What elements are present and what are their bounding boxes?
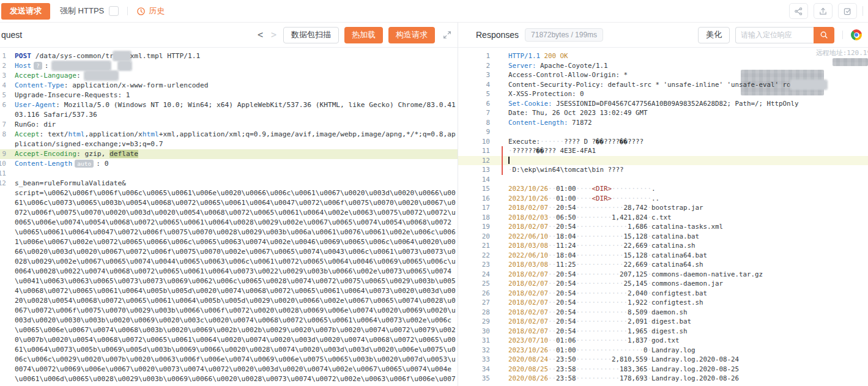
- code-token: Content-Length: [15, 160, 72, 168]
- line-number: 4: [0, 81, 6, 91]
- check-square-icon: [843, 7, 852, 16]
- code-content: ·D:\ekp\win64\tomcat\bin ????: [508, 165, 868, 175]
- code-token: 01:00: [556, 346, 576, 354]
- redacted-blur: [53, 62, 110, 70]
- line-number: 3: [458, 70, 490, 80]
- code-token: 2022/06/10: [508, 232, 548, 240]
- line-number: 11: [458, 146, 490, 156]
- code-token: 207,125: [620, 270, 648, 278]
- history-next-button[interactable]: >: [270, 29, 278, 40]
- code-token: Apache-Coyote/1.1: [536, 62, 608, 70]
- code-content: 2020/08/24··23:50·········2,810,559·Land…: [508, 355, 868, 365]
- request-editor[interactable]: 1POST /data/sys-common/tr xml.tmpl HTTP/…: [0, 48, 458, 386]
- code-token: Accept: [15, 130, 39, 138]
- line-number: 9: [0, 149, 6, 159]
- code-content: Accept: text/html,application/xhtml+xml,…: [15, 130, 458, 149]
- line-number: 2: [0, 61, 6, 71]
- code-line: 11: [0, 169, 458, 179]
- code-token: ··: [548, 223, 556, 231]
- code-token: 1,421,824: [612, 213, 648, 221]
- code-token: 20:54: [556, 327, 576, 335]
- construct-request-button[interactable]: 构造请求: [388, 27, 435, 43]
- redacted-blur: [114, 52, 130, 60]
- code-line: script=\u0062\u006f\u006f\u006c\u0065\u0…: [0, 188, 458, 386]
- code-token: ············: [576, 261, 624, 269]
- code-token: X-XSS-Protection: 0: [508, 90, 584, 98]
- code-line: 152023/10/26··01:00····<DIR>··········.: [458, 184, 868, 194]
- hot-reload-button[interactable]: 热加载: [344, 27, 383, 43]
- code-token: ··: [548, 336, 556, 344]
- code-token: 2018/02/07: [508, 270, 548, 278]
- code-line: 6User-Agent: Mozilla/5.0 (Windows NT 10.…: [0, 100, 458, 120]
- line-number: 2: [458, 61, 490, 71]
- code-token: script=\u0062\u006f\u006f\u006c\u0065\u0…: [15, 189, 456, 386]
- code-token: catalina.sh: [651, 242, 696, 250]
- code-token: 15,128: [624, 232, 648, 240]
- history-label: 历史: [149, 6, 165, 17]
- code-token: Server:: [508, 62, 536, 70]
- code-content: Accept-Encoding: gzip, deflate: [15, 149, 458, 159]
- code-token: ··: [548, 280, 556, 288]
- code-content: Date: Thu, 26 Oct 2023 13:02:49 GMT: [508, 108, 868, 118]
- code-line: 202022/06/10··18:04············15,128·ca…: [458, 232, 868, 242]
- code-token: ·········: [576, 355, 612, 363]
- history-prev-button[interactable]: <: [256, 29, 264, 40]
- code-token: Execute:: [508, 138, 540, 146]
- chrome-browser-icon[interactable]: [851, 29, 862, 40]
- code-token: Date: Thu, 26 Oct 2023 13:02:49 GMT: [508, 109, 648, 117]
- share-button[interactable]: [789, 3, 808, 19]
- code-token: 2020/08/24: [508, 355, 548, 363]
- code-token: 23:58: [556, 374, 576, 382]
- packet-scan-button[interactable]: 数据包扫描: [283, 27, 339, 43]
- code-token: 2018/03/08: [508, 242, 548, 250]
- code-token: 178,693: [620, 374, 648, 382]
- code-line: 232018/03/08··11:25············22,669·ca…: [458, 260, 868, 270]
- code-token: .: [651, 185, 656, 193]
- code-token: 20:54: [556, 223, 576, 231]
- code-content: 2023/10/26··01:00····<DIR>··········.: [508, 184, 868, 194]
- line-number: 26: [458, 289, 490, 299]
- code-token: ············: [576, 280, 624, 288]
- code-token: 1,922: [628, 299, 648, 306]
- line-number: 21: [458, 241, 490, 251]
- code-content: POST /data/sys-common/tr xml.tmpl HTTP/1…: [15, 51, 458, 61]
- export-button[interactable]: [814, 3, 833, 19]
- request-panel: quest < > 数据包扫描 热加载 构造请求 1POST /data/sys…: [0, 23, 458, 386]
- history-button[interactable]: 历史: [136, 6, 165, 17]
- code-line: 14: [458, 175, 868, 185]
- code-line: 252018/02/07··20:54············25,145·co…: [458, 279, 868, 289]
- force-https-checkbox[interactable]: [109, 6, 119, 16]
- code-line: 2Server: Apache-Coyote/1.1: [458, 61, 868, 71]
- code-token: ··: [548, 289, 556, 297]
- response-size-time-badge: 71872bytes / 199ms: [525, 28, 603, 42]
- locate-response-input[interactable]: [735, 27, 814, 43]
- code-token: Content-Type: [15, 81, 64, 89]
- code-content: 2023/07/10··01:06·············1,837·god.…: [508, 336, 868, 346]
- fullscreen-button[interactable]: [443, 31, 451, 39]
- code-token: ··: [548, 251, 556, 259]
- code-token: commons-daemon.jar: [651, 280, 723, 288]
- search-button[interactable]: [814, 27, 834, 43]
- code-line: 292018/02/07··20:54·············2,091·di…: [458, 317, 868, 327]
- code-token: ····: [576, 185, 592, 193]
- code-line: 8Accept: text/html,application/xhtml+xml…: [0, 130, 458, 149]
- code-token: ··: [548, 213, 556, 221]
- response-editor[interactable]: 远程地址:120.19 1HTTP/1.1 200 OK2Server: Apa…: [458, 48, 868, 386]
- response-panel: Responses 71872bytes / 199ms 美化: [458, 23, 868, 386]
- code-token: 22,669: [624, 242, 648, 250]
- code-token: ·········: [576, 213, 612, 221]
- code-token: 11:24: [556, 242, 576, 250]
- beautify-button[interactable]: 美化: [698, 27, 730, 43]
- code-content: 2022/06/10··18:04············15,128·cata…: [508, 251, 868, 261]
- code-token: JSESSIONID=DF04567C47756A10B09A98352A628…: [552, 100, 799, 108]
- code-line: 13·D:\ekp\win64\tomcat\bin ????: [458, 165, 868, 175]
- edit-check-button[interactable]: [838, 3, 857, 19]
- code-line: 2Host?:: [0, 61, 458, 71]
- code-token: ············: [576, 251, 624, 259]
- send-request-button[interactable]: 发送请求: [1, 3, 50, 20]
- code-line: 242018/02/07··20:54···········207,125·co…: [458, 270, 868, 280]
- code-token: Upgrade-Insecure-Requests: 1: [15, 91, 130, 99]
- code-token: ··: [548, 270, 556, 278]
- code-line: 312023/07/10··01:06·············1,837·go…: [458, 336, 868, 346]
- line-number: 5: [0, 91, 6, 100]
